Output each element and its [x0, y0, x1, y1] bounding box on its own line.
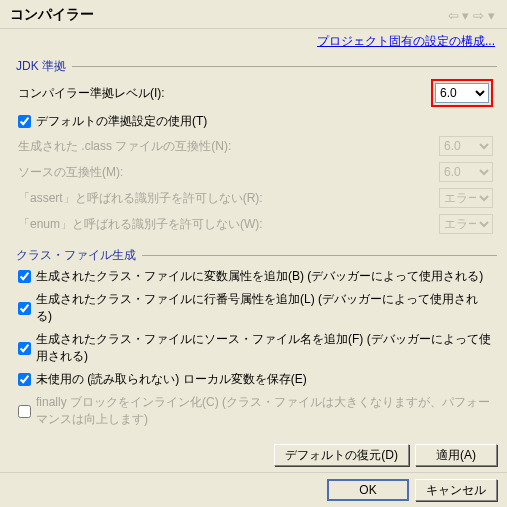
class-compat-select: 6.0 — [439, 136, 493, 156]
enum-id-label: 「enum」と呼ばれる識別子を許可しない(W): — [18, 216, 439, 233]
project-settings-link[interactable]: プロジェクト固有の設定の構成... — [317, 34, 495, 48]
source-compat-select: 6.0 — [439, 162, 493, 182]
source-compat-label: ソースの互換性(M): — [18, 164, 439, 181]
apply-button[interactable]: 適用(A) — [415, 444, 497, 466]
ok-button[interactable]: OK — [327, 479, 409, 501]
var-attr-label: 生成されたクラス・ファイルに変数属性を追加(B) (デバッガーによって使用される… — [36, 268, 483, 285]
compliance-level-select[interactable]: 6.0 — [435, 83, 489, 103]
compliance-level-label: コンパイラー準拠レベル(I): — [18, 85, 427, 102]
divider — [142, 255, 497, 256]
group-jdk-title: JDK 準拠 — [16, 58, 66, 75]
line-attr-label: 生成されたクラス・ファイルに行番号属性を追加(L) (デバッガーによって使用され… — [36, 291, 493, 325]
page-title: コンパイラー — [10, 6, 94, 24]
line-attr-checkbox[interactable] — [18, 302, 31, 315]
compliance-level-highlight: 6.0 — [431, 79, 493, 107]
source-attr-label: 生成されたクラス・ファイルにソース・ファイル名を追加(F) (デバッガーによって… — [36, 331, 493, 365]
group-classfile-title: クラス・ファイル生成 — [16, 247, 136, 264]
class-compat-label: 生成された .class ファイルの互換性(N): — [18, 138, 439, 155]
restore-defaults-button[interactable]: デフォルトの復元(D) — [274, 444, 409, 466]
use-default-checkbox[interactable] — [18, 115, 31, 128]
inline-finally-checkbox[interactable] — [18, 405, 31, 418]
divider — [72, 66, 497, 67]
assert-id-select: エラー — [439, 188, 493, 208]
nav-arrows: ⇦ ▾ ⇨ ▾ — [448, 8, 495, 23]
unused-local-label: 未使用の (読み取られない) ローカル変数を保存(E) — [36, 371, 307, 388]
enum-id-select: エラー — [439, 214, 493, 234]
source-attr-checkbox[interactable] — [18, 342, 31, 355]
inline-finally-label: finally ブロックをインライン化(C) (クラス・ファイルは大きくなります… — [36, 394, 493, 428]
forward-icon: ⇨ ▾ — [473, 8, 495, 23]
back-icon: ⇦ ▾ — [448, 8, 470, 23]
cancel-button[interactable]: キャンセル — [415, 479, 497, 501]
unused-local-checkbox[interactable] — [18, 373, 31, 386]
use-default-label: デフォルトの準拠設定の使用(T) — [36, 113, 207, 130]
assert-id-label: 「assert」と呼ばれる識別子を許可しない(R): — [18, 190, 439, 207]
var-attr-checkbox[interactable] — [18, 270, 31, 283]
